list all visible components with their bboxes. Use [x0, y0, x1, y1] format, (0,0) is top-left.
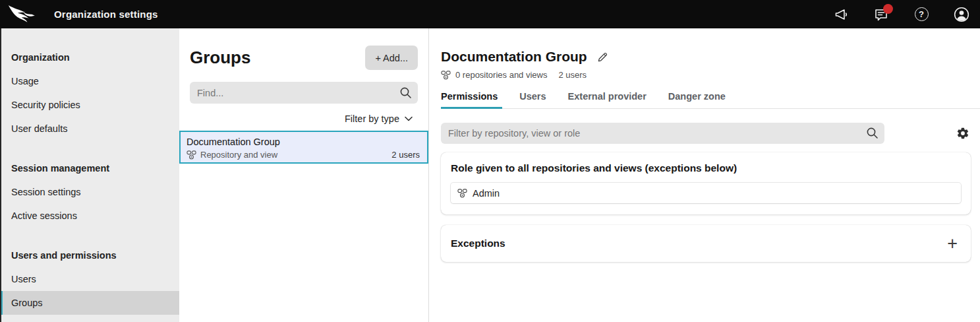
collapsed-rail	[0, 28, 1, 322]
search-icon	[866, 127, 879, 139]
role-card: Role given to all repositories and views…	[441, 152, 971, 214]
permissions-filter-input[interactable]	[441, 123, 884, 144]
exceptions-card: Exceptions +	[441, 225, 971, 262]
tab-permissions[interactable]: Permissions	[441, 91, 502, 109]
add-exception-button[interactable]: +	[947, 237, 958, 250]
group-list-item[interactable]: Documentation Group Repository and view …	[179, 131, 428, 164]
groups-panel-title: Groups	[190, 48, 250, 68]
meta-repositories: 0 repositories and views	[455, 70, 547, 80]
app-title: Organization settings	[54, 9, 158, 20]
edit-pencil-icon[interactable]	[597, 51, 608, 63]
find-group-input[interactable]	[190, 82, 418, 104]
sidebar-item-usage[interactable]: Usage	[0, 69, 179, 93]
group-name: Documentation Group	[187, 137, 420, 147]
filter-by-type-dropdown[interactable]: Filter by type	[190, 113, 418, 124]
sidebar-item-groups[interactable]: Groups	[0, 291, 179, 315]
search-icon	[399, 86, 412, 99]
group-detail-panel: Documentation Group 0 repositories and v…	[430, 28, 980, 322]
group-detail-title: Documentation Group	[441, 49, 587, 65]
groups-panel: Groups + Add... Filter by type Documenta…	[179, 28, 429, 322]
crowdstrike-logo-icon[interactable]	[8, 4, 38, 25]
role-icon	[457, 189, 467, 198]
tab-danger-zone[interactable]: Danger zone	[668, 91, 730, 108]
megaphone-icon[interactable]	[833, 7, 849, 22]
chevron-down-icon	[405, 116, 413, 121]
sidebar-item-active-sessions[interactable]: Active sessions	[0, 204, 179, 228]
group-type-icon	[187, 150, 196, 160]
group-type-icon	[441, 71, 451, 80]
group-type-label: Repository and view	[200, 150, 277, 160]
notification-dot	[883, 4, 893, 14]
role-card-title: Role given to all repositories and views…	[451, 162, 961, 174]
add-group-button[interactable]: + Add...	[365, 46, 418, 70]
sidebar-item-session-settings[interactable]: Session settings	[0, 180, 179, 204]
sidebar-section-users-permissions: Users and permissions	[0, 243, 179, 267]
exceptions-title: Exceptions	[451, 238, 505, 249]
tab-users[interactable]: Users	[519, 91, 550, 108]
gear-icon[interactable]	[956, 127, 969, 140]
role-selector[interactable]: Admin	[451, 183, 961, 203]
role-name: Admin	[473, 188, 500, 199]
help-icon[interactable]: ?	[913, 7, 929, 22]
sidebar-item-user-defaults[interactable]: User defaults	[0, 117, 179, 141]
meta-users: 2 users	[558, 70, 587, 80]
feedback-icon[interactable]	[873, 7, 889, 22]
detail-tabs: Permissions Users External provider Dang…	[441, 91, 980, 109]
tab-external-provider[interactable]: External provider	[568, 91, 651, 108]
sidebar-section-session-management: Session management	[0, 156, 179, 180]
group-users-count: 2 users	[391, 150, 420, 160]
account-icon[interactable]	[954, 7, 969, 22]
sidebar-item-security-policies[interactable]: Security policies	[0, 93, 179, 117]
topbar: Organization settings ?	[0, 0, 980, 28]
sidebar-item-users[interactable]: Users	[0, 267, 179, 291]
sidebar-section-organization: Organization	[0, 46, 179, 69]
settings-sidebar: Organization Usage Security policies Use…	[0, 28, 179, 322]
